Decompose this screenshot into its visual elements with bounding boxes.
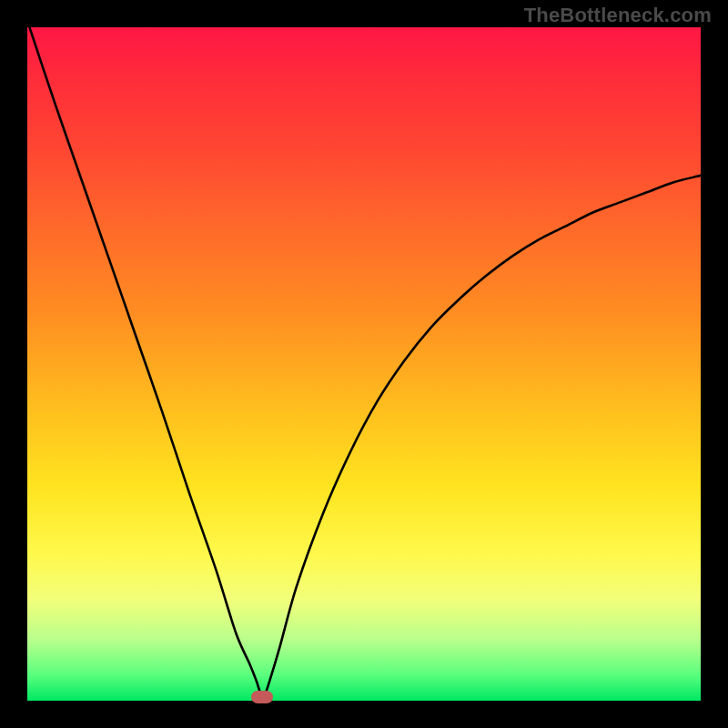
watermark-text: TheBottleneck.com (524, 4, 712, 27)
chart-plot-area (27, 27, 701, 701)
bottleneck-curve (27, 27, 701, 701)
optimal-point-marker (251, 691, 273, 703)
chart-frame: TheBottleneck.com (0, 0, 728, 728)
